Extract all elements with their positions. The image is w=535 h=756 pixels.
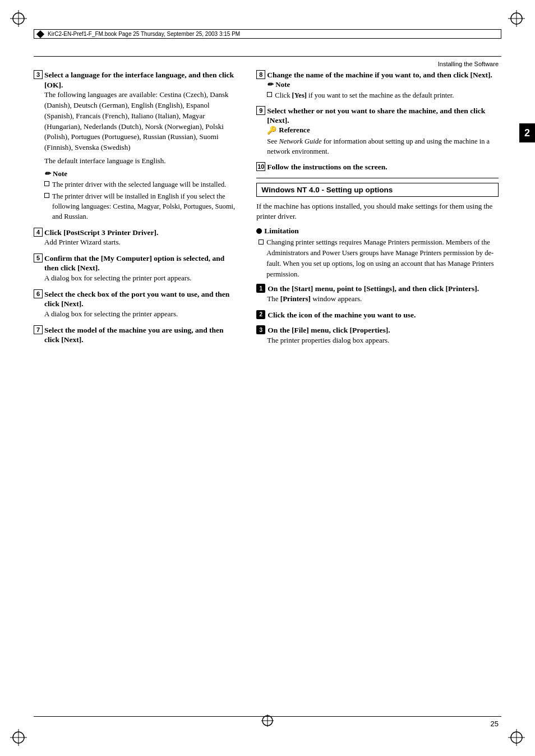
step-3-note: ✏ Note The printer driver with the se­le… [44, 169, 238, 222]
bottom-center-mark [261, 714, 274, 729]
file-info-text: KirC2-EN-Pref1-F_FM.book Page 25 Thursda… [48, 31, 240, 37]
step-9-ref-title: 🔑 Reference [267, 126, 499, 135]
step-5-block: 5 Confirm that the [My Computer] op­tion… [34, 253, 238, 284]
step-6-block: 6 Select the check box of the port you w… [34, 289, 238, 320]
step-6-header: 6 Select the check box of the port you w… [34, 289, 238, 309]
step-8-title: Change the name of the machine if you wa… [267, 70, 492, 80]
step-3-header: 3 Select a language for the interface la… [34, 70, 238, 90]
step-8-note-title: ✏ Note [267, 80, 499, 89]
limitation-body-text: Changing printer settings requires Manag… [266, 237, 499, 279]
step-7-title: Select the model of the machine you are … [44, 325, 238, 345]
corner-mark-tr [508, 10, 525, 27]
header-right: Installing the Software [438, 61, 499, 67]
step-8-note-text-1: Click [Yes] if you want to set the machi… [275, 90, 454, 100]
step-8-note: ✏ Note Click [Yes] if you want to set th… [267, 80, 499, 100]
limitation-dot-icon [256, 228, 262, 234]
rstep-2-header: 2 Click the icon of the machine you want… [256, 310, 499, 320]
note-pencil-icon-2: ✏ [267, 80, 273, 89]
step-5-header: 5 Confirm that the [My Computer] op­tion… [34, 253, 238, 273]
step-9-block: 9 Select whether or not you want to shar… [256, 106, 499, 156]
file-info-bar: KirC2-EN-Pref1-F_FM.book Page 25 Thursda… [34, 29, 501, 39]
step-3-note-item-2: The printer driver will be in­stalled in… [44, 191, 238, 222]
rstep-1-num: 1 [256, 284, 265, 293]
limitation-block: Limitation Changing printer settings req… [256, 227, 499, 279]
limitation-title: Limitation [256, 227, 499, 236]
step-7-num: 7 [34, 325, 43, 334]
step-9-ref-body: See Network Guide for informa­tion about… [267, 136, 499, 156]
step-3-block: 3 Select a language for the interface la… [34, 70, 238, 222]
step-8-num: 8 [256, 70, 265, 79]
step-3-note-text-1: The printer driver with the se­lected la… [52, 179, 226, 190]
corner-mark-bl [10, 729, 27, 746]
step-9-num: 9 [256, 106, 265, 115]
rstep-3-body: The printer properties dialog box appear… [267, 335, 499, 346]
step-3-title-text: Select a language for the interface lang… [44, 71, 234, 89]
step-8-block: 8 Change the name of the machine if you … [256, 70, 499, 100]
step-6-body: A dialog box for selecting the printer a… [44, 309, 238, 320]
step-9-ref: 🔑 Reference See Network Guide for inform… [267, 126, 499, 156]
step-3-body2: The default interface language is Englis… [44, 156, 238, 167]
step-10-title: Follow the instructions on the screen. [267, 162, 387, 172]
step-10-header: 10 Follow the instructions on the screen… [256, 162, 499, 172]
header-text: Installing the Software [438, 61, 499, 67]
file-info-diamond [36, 30, 44, 38]
step-7-block: 7 Select the model of the machine you ar… [34, 325, 238, 345]
rstep-3-num: 3 [256, 325, 265, 334]
step-5-title: Confirm that the [My Computer] op­tion i… [44, 253, 238, 273]
section-intro: If the machine has options installed, yo… [256, 201, 499, 223]
step-5-body: A dialog box for selecting the printer p… [44, 273, 238, 284]
top-rule [34, 56, 501, 57]
rstep-1-title: On the [Start] menu, point to [Set­tings… [268, 284, 479, 294]
step-3-note-text-2: The printer driver will be in­stalled in… [52, 191, 238, 222]
note-checkbox-1 [44, 181, 49, 186]
step-9-header: 9 Select whether or not you want to shar… [256, 106, 499, 126]
rstep-3-block: 3 On the [File] menu, click [Properties]… [256, 325, 499, 345]
page-number: 25 [491, 720, 499, 728]
limitation-body-row: Changing printer settings requires Manag… [259, 237, 499, 279]
left-column: 3 Select a language for the interface la… [34, 70, 247, 711]
step-3-note-item-1: The printer driver with the se­lected la… [44, 179, 238, 190]
step-3-title: Select a language for the interface lang… [44, 70, 238, 90]
step-10-num: 10 [256, 162, 265, 171]
rstep-3-title: On the [File] menu, click [Properties]. [268, 325, 390, 335]
main-content: 3 Select a language for the interface la… [34, 70, 499, 711]
rstep-2-block: 2 Click the icon of the machine you want… [256, 310, 499, 320]
key-icon: 🔑 [267, 126, 276, 135]
section-divider [256, 178, 499, 178]
step-3-note-label: Note [53, 169, 67, 178]
step-6-title: Select the check box of the port you wan… [44, 289, 238, 309]
step-9-title: Select whether or not you want to share … [267, 106, 499, 126]
corner-mark-tl [10, 10, 27, 27]
step-7-header: 7 Select the model of the machine you ar… [34, 325, 238, 345]
rstep-1-body: The [Printers] window appears. [267, 294, 499, 305]
step-6-num: 6 [34, 289, 43, 298]
note-checkbox-2 [44, 193, 49, 198]
rstep-2-num: 2 [256, 310, 265, 319]
step-10-block: 10 Follow the instructions on the screen… [256, 162, 499, 172]
step-5-num: 5 [34, 253, 43, 262]
rstep-2-title: Click the icon of the machine you want t… [268, 310, 416, 320]
step-8-note-item-1: Click [Yes] if you want to set the machi… [267, 90, 499, 100]
step-4-body: Add Printer Wizard starts. [44, 237, 238, 248]
note-pencil-icon: ✏ [44, 169, 50, 178]
chapter-tab: 2 [519, 123, 535, 142]
corner-mark-br [508, 729, 525, 746]
page: KirC2-EN-Pref1-F_FM.book Page 25 Thursda… [0, 0, 535, 756]
limitation-label: Limitation [264, 227, 299, 236]
rstep-1-block: 1 On the [Start] menu, point to [Set­tin… [256, 284, 499, 304]
step-4-header: 4 Click [PostScript 3 Printer Driver]. [34, 228, 238, 238]
step-8-note-label: Note [275, 80, 290, 89]
step-3-body1: The following languages are available: C… [44, 90, 238, 153]
windows-nt-section-header: Windows NT 4.0 - Setting up options [256, 183, 499, 197]
rstep-1-header: 1 On the [Start] menu, point to [Set­tin… [256, 284, 499, 294]
right-column: 8 Change the name of the machine if you … [247, 70, 499, 711]
note-checkbox-3 [267, 92, 272, 97]
step-8-header: 8 Change the name of the machine if you … [256, 70, 499, 80]
chapter-number: 2 [524, 127, 530, 139]
step-9-ref-label: Reference [279, 126, 310, 135]
step-4-num: 4 [34, 228, 43, 237]
step-3-note-title: ✏ Note [44, 169, 238, 178]
limitation-checkbox [259, 239, 264, 245]
windows-nt-header-text: Windows NT 4.0 - Setting up options [261, 186, 393, 194]
step-4-block: 4 Click [PostScript 3 Printer Driver]. A… [34, 228, 238, 248]
